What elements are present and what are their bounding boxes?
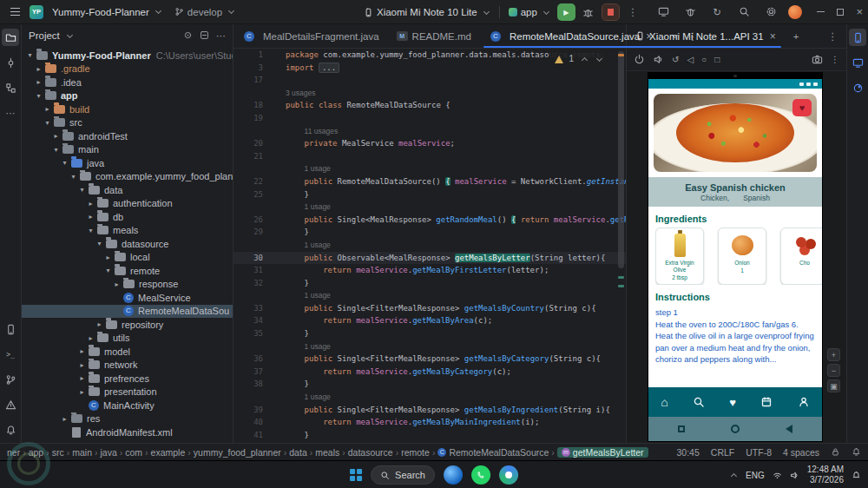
power-icon[interactable] [634, 54, 645, 65]
clock[interactable]: 12:48 AM 3/7/2026 [807, 465, 844, 486]
android-studio-app-icon[interactable] [499, 465, 518, 485]
breadcrumb-item[interactable]: remote [401, 447, 430, 458]
start-button[interactable] [350, 469, 362, 481]
prev-issue-icon[interactable] [582, 57, 588, 63]
code-line[interactable]: 1 usage [233, 340, 626, 353]
code-line[interactable]: 19 [233, 112, 626, 125]
tree-row[interactable]: ▸response [22, 278, 233, 292]
run-config-selector[interactable]: app [505, 5, 554, 19]
breadcrumb-item[interactable]: src [52, 447, 64, 458]
tree-chevron-icon[interactable]: ▸ [77, 388, 87, 396]
tree-chevron-icon[interactable]: ▾ [43, 119, 52, 127]
volume-icon[interactable] [790, 471, 799, 480]
tree-row[interactable]: ▾java [22, 156, 233, 170]
zoom-in-button[interactable]: + [827, 348, 840, 361]
main-menu-button[interactable] [5, 3, 24, 22]
maximize-icon[interactable] [837, 9, 844, 16]
tree-chevron-icon[interactable]: ▸ [86, 200, 95, 208]
tree-row[interactable]: ▾data [22, 183, 233, 197]
zoom-out-button[interactable]: − [827, 364, 840, 377]
zoom-fit-button[interactable]: ▣ [827, 379, 840, 392]
tree-row[interactable]: AndroidManifest.xml [22, 425, 233, 439]
more-options-icon[interactable]: ⋮ [828, 30, 838, 43]
back-button-icon[interactable]: ◁ [687, 55, 694, 64]
editor-body[interactable]: 1package com.example.yummy_food_planner.… [233, 49, 626, 443]
tab-readme[interactable]: M README.md [388, 24, 480, 48]
ingredient-list[interactable]: Extra Virgin Olive 2 tbsp Onion 1 Cho [655, 228, 822, 285]
tree-row[interactable]: ▸network [22, 359, 233, 373]
planner-nav-icon[interactable] [760, 396, 773, 408]
code-line[interactable]: 3 usages [233, 87, 626, 100]
problems-tool-button[interactable] [2, 396, 19, 413]
tree-chevron-icon[interactable]: ▾ [77, 186, 87, 194]
more-tool-windows-button[interactable]: ⋯ [2, 104, 19, 122]
hidden-icons-chevron[interactable] [731, 472, 737, 478]
breadcrumb-item[interactable]: data [289, 447, 306, 458]
tree-row[interactable]: ▾meals [22, 224, 233, 238]
back-icon[interactable] [786, 425, 792, 433]
tree-row[interactable]: CMealService [22, 291, 233, 305]
home-button-icon[interactable]: ○ [701, 55, 707, 64]
code-line[interactable]: 37return mealService.getMealByCategory(c… [233, 366, 626, 379]
code-line[interactable]: 1 usage [233, 289, 626, 302]
breadcrumb-item[interactable]: datasource [348, 447, 393, 458]
bell-icon[interactable] [852, 447, 861, 457]
home-nav-icon[interactable]: ⌂ [661, 396, 667, 408]
profiler-button[interactable] [681, 3, 700, 22]
tree-chevron-icon[interactable]: ▸ [43, 105, 52, 113]
browser-app-icon[interactable] [444, 465, 463, 485]
code-line[interactable]: 41} [233, 429, 626, 442]
tree-chevron-icon[interactable]: ▾ [51, 146, 61, 154]
code-line[interactable]: 1 usage [233, 201, 626, 214]
tree-row[interactable]: ▸res [22, 412, 233, 426]
caret-position[interactable]: 30:45 [677, 447, 700, 458]
commit-tool-button[interactable] [2, 54, 19, 71]
project-tool-button[interactable] [2, 29, 19, 46]
code-line[interactable]: 29} [233, 226, 626, 239]
code-line[interactable]: 30public Observable<MealResponse> getMea… [233, 252, 626, 265]
language-indicator[interactable]: ENG [746, 471, 765, 480]
breadcrumb-item[interactable]: example [151, 447, 186, 458]
breadcrumb-item[interactable]: app [29, 447, 44, 458]
ingredient-card[interactable]: Cho [780, 228, 822, 285]
indent-setting[interactable]: 4 spaces [783, 447, 819, 458]
chevron-down-icon[interactable] [67, 31, 73, 37]
favorites-nav-icon[interactable]: ♥ [729, 397, 736, 408]
code-line[interactable]: 1 usage [233, 162, 626, 175]
ingredient-card[interactable]: Onion 1 [718, 228, 766, 285]
tree-row[interactable]: ▸prefrences [22, 372, 233, 386]
structure-tool-button[interactable] [2, 79, 19, 96]
tree-row[interactable]: CRemoteMealDataSou [22, 305, 233, 319]
tree-row[interactable]: ▾remote [22, 264, 233, 278]
code-line[interactable]: 32} [233, 277, 626, 290]
more-options-icon[interactable]: ⋯ [216, 30, 226, 42]
tree-row[interactable]: ▸repository [22, 318, 233, 332]
code-line[interactable]: 1 usage [233, 391, 626, 404]
run-button[interactable]: ▶ [557, 3, 575, 21]
code-line[interactable]: 25} [233, 188, 626, 201]
breadcrumb-item[interactable]: ner [7, 447, 20, 458]
lock-icon[interactable] [831, 447, 840, 457]
rotate-left-icon[interactable]: ↺ [672, 55, 679, 64]
tree-chevron-icon[interactable]: ▾ [86, 227, 95, 234]
git-tool-button[interactable] [2, 371, 19, 388]
profile-avatar[interactable] [788, 5, 802, 19]
tree-chevron-icon[interactable]: ▸ [60, 415, 69, 423]
search-nav-icon[interactable] [693, 396, 705, 408]
settings-button[interactable] [761, 3, 780, 22]
stop-button[interactable] [602, 3, 620, 21]
collapse-all-icon[interactable] [200, 30, 209, 40]
search-everywhere-button[interactable] [734, 3, 753, 22]
tree-chevron-icon[interactable]: ▸ [77, 374, 87, 382]
tree-chevron-icon[interactable]: ▸ [103, 254, 113, 261]
notifications-tool-button[interactable] [2, 421, 19, 439]
device-mirror-button[interactable] [654, 3, 673, 22]
code-line[interactable]: 36public Single<FilterMealResponse> getM… [233, 353, 626, 366]
code-line[interactable]: 20private MealService mealService; [233, 137, 626, 150]
code-line[interactable]: 39public Single<FilterMealResponse> getM… [233, 404, 626, 417]
device-selector[interactable]: Xiaomi Mi Note 10 Lite [360, 5, 494, 19]
tree-row[interactable]: ▾main [22, 143, 233, 157]
code-line[interactable]: 21 [233, 150, 626, 163]
tree-row[interactable]: ▸.idea [22, 76, 233, 89]
more-options-icon[interactable]: ⋮ [831, 55, 839, 64]
